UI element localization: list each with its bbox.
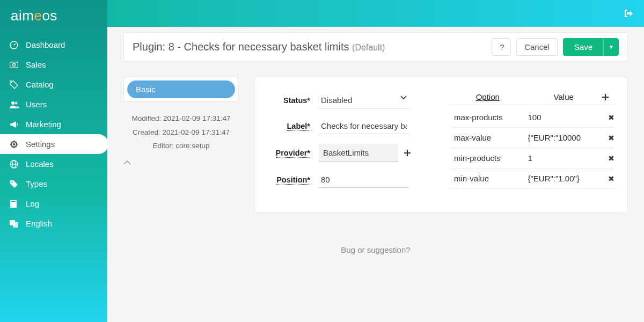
option-row: max-value {"EUR":"10000 ✖ (450, 128, 614, 148)
brand-text-post: os (42, 8, 57, 24)
position-input[interactable] (319, 172, 409, 188)
option-value[interactable]: 100 (528, 113, 602, 122)
sidebar-item-settings[interactable]: Settings (0, 134, 108, 154)
option-row: min-products 1 ✖ (450, 148, 614, 169)
col-value-header: Value (526, 92, 602, 101)
save-dropdown-toggle[interactable]: ▼ (604, 38, 619, 56)
option-name[interactable]: max-products (450, 113, 528, 122)
option-row: max-products 100 ✖ (450, 107, 614, 128)
svg-rect-15 (13, 222, 18, 228)
sidebar-item-label: Log (26, 199, 39, 208)
provider-input[interactable] (319, 144, 398, 162)
svg-point-2 (13, 63, 16, 66)
page-title-suffix: (Default) (352, 43, 385, 52)
body-row: Basic Modified: 2021-02-09 17:31:47 Crea… (123, 77, 628, 213)
plus-icon (602, 93, 609, 101)
language-icon (10, 220, 19, 228)
sidebar-item-label: Types (26, 179, 47, 188)
sidebar-item-label: Settings (26, 140, 55, 149)
option-name[interactable]: min-value (450, 174, 528, 183)
option-name[interactable]: max-value (450, 133, 528, 142)
label-input[interactable] (319, 118, 409, 134)
meta-info: Modified: 2021-02-09 17:31:47 Created: 2… (123, 112, 239, 153)
sidebar-item-label: Dashboard (26, 40, 65, 49)
content: Plugin: 8 - Checks for necessary basket … (107, 27, 644, 322)
tabs-card: Basic (123, 77, 239, 102)
left-column: Basic Modified: 2021-02-09 17:31:47 Crea… (123, 77, 239, 165)
logout-icon[interactable] (624, 9, 633, 18)
delete-option-button[interactable]: ✖ (602, 174, 614, 183)
add-provider-button[interactable] (404, 149, 411, 157)
brand-text-pre: aim (11, 8, 34, 24)
status-value: Disabled (319, 92, 409, 108)
form-fields: Status* Disabled Label* Provid (267, 92, 428, 197)
brand-text-accent: e (34, 8, 42, 24)
help-button[interactable]: ? (492, 38, 511, 56)
sidebar-item-users[interactable]: Users (0, 94, 107, 114)
label-provider: Provider* (267, 149, 310, 157)
main-area: Plugin: 8 - Checks for necessary basket … (107, 0, 644, 322)
cog-icon (10, 140, 19, 149)
globe-icon (10, 160, 19, 169)
sidebar-item-language[interactable]: English (0, 214, 107, 233)
delete-option-button[interactable]: ✖ (602, 154, 614, 163)
brand-logo: aimeos (0, 0, 107, 30)
add-option-button[interactable] (602, 93, 614, 101)
bug-link[interactable]: Bug or suggestion? (123, 245, 628, 254)
delete-option-button[interactable]: ✖ (602, 113, 614, 122)
svg-rect-13 (11, 201, 16, 202)
sidebar-item-label: Users (26, 100, 47, 109)
option-row: min-value {"EUR":"1.00"} ✖ (450, 169, 614, 189)
money-icon (10, 62, 19, 68)
label-label: Label* (267, 122, 310, 130)
tag-icon (10, 180, 19, 188)
col-option-header: Option (450, 92, 526, 101)
users-icon (10, 101, 19, 108)
sidebar-item-label: Marketing (26, 120, 61, 129)
row-provider: Provider* (267, 144, 428, 162)
chevron-up-icon (123, 160, 131, 165)
svg-point-3 (11, 82, 12, 83)
sidebar-item-label: Locales (26, 159, 54, 169)
bullhorn-icon (10, 121, 19, 128)
sidebar-item-sales[interactable]: Sales (0, 55, 107, 75)
row-position: Position* (267, 172, 428, 188)
collapse-toggle[interactable] (123, 160, 239, 165)
tab-basic[interactable]: Basic (127, 80, 235, 98)
row-label: Label* (267, 118, 428, 134)
sidebar-item-catalog[interactable]: Catalog (0, 75, 107, 94)
meta-editor: Editor: core:setup (123, 139, 239, 153)
sidebar-nav: Dashboard Sales Catalog Users Marketing (0, 35, 107, 233)
select-status[interactable]: Disabled (319, 92, 409, 108)
sidebar-item-dashboard[interactable]: Dashboard (0, 35, 107, 55)
options-header: Option Value (450, 92, 614, 105)
meta-created: Created: 2021-02-09 17:31:47 (123, 126, 239, 140)
sidebar-item-locales[interactable]: Locales (0, 154, 107, 174)
label-position: Position* (267, 175, 310, 184)
svg-point-5 (15, 101, 18, 104)
plus-icon (404, 149, 411, 157)
options-table: Option Value max-products 100 ✖ max-valu… (450, 92, 614, 197)
delete-option-button[interactable]: ✖ (602, 134, 614, 142)
svg-point-6 (13, 143, 15, 145)
option-value[interactable]: {"EUR":"1.00"} (528, 174, 602, 183)
option-value[interactable]: {"EUR":"10000 (528, 133, 602, 142)
meta-modified: Modified: 2021-02-09 17:31:47 (123, 112, 239, 126)
sidebar-item-label: Sales (26, 60, 46, 69)
sidebar-item-marketing[interactable]: Marketing (0, 114, 107, 134)
page-title: Plugin: 8 - Checks for necessary basket … (133, 41, 486, 53)
save-button-group: Save ▼ (563, 38, 619, 56)
svg-point-11 (11, 181, 12, 182)
page-header: Plugin: 8 - Checks for necessary basket … (123, 32, 628, 62)
cancel-button[interactable]: Cancel (516, 38, 558, 56)
page-title-text: Plugin: 8 - Checks for necessary basket … (133, 41, 349, 53)
svg-rect-1 (10, 62, 18, 68)
topbar (107, 0, 644, 27)
row-status: Status* Disabled (267, 92, 428, 108)
sidebar-item-types[interactable]: Types (0, 174, 107, 194)
option-value[interactable]: 1 (528, 153, 602, 163)
option-name[interactable]: min-products (450, 153, 528, 163)
save-button[interactable]: Save (563, 38, 604, 56)
sidebar-item-log[interactable]: Log (0, 194, 107, 214)
sidebar-item-label: English (26, 219, 52, 228)
